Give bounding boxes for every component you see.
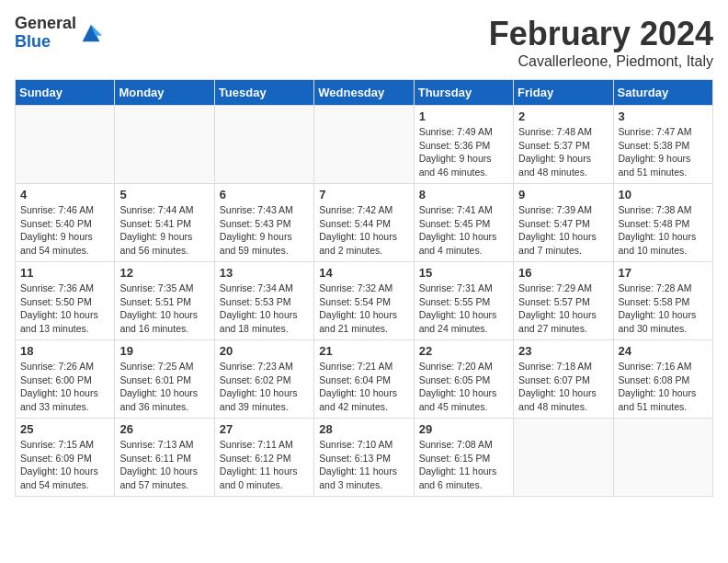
- calendar-cell: 21Sunrise: 7:21 AM Sunset: 6:04 PM Dayli…: [314, 340, 414, 419]
- day-info: Sunrise: 7:18 AM Sunset: 6:07 PM Dayligh…: [518, 360, 608, 414]
- calendar-cell: 12Sunrise: 7:35 AM Sunset: 5:51 PM Dayli…: [115, 262, 214, 340]
- location-title: Cavallerleone, Piedmont, Italy: [489, 53, 713, 70]
- calendar-cell: 1Sunrise: 7:49 AM Sunset: 5:36 PM Daylig…: [414, 106, 513, 184]
- day-number: 1: [419, 109, 508, 123]
- calendar-cell: 15Sunrise: 7:31 AM Sunset: 5:55 PM Dayli…: [414, 262, 513, 340]
- day-info: Sunrise: 7:35 AM Sunset: 5:51 PM Dayligh…: [119, 282, 209, 336]
- calendar-cell: 20Sunrise: 7:23 AM Sunset: 6:02 PM Dayli…: [214, 340, 313, 419]
- logo-blue: Blue: [15, 32, 51, 51]
- calendar-cell: 13Sunrise: 7:34 AM Sunset: 5:53 PM Dayli…: [214, 262, 313, 340]
- day-number: 28: [319, 422, 408, 436]
- calendar-cell: 11Sunrise: 7:36 AM Sunset: 5:50 PM Dayli…: [16, 262, 115, 340]
- day-info: Sunrise: 7:21 AM Sunset: 6:04 PM Dayligh…: [319, 360, 408, 414]
- day-number: 21: [319, 344, 408, 358]
- col-header-sunday: Sunday: [16, 80, 115, 106]
- calendar-cell: [514, 419, 613, 497]
- day-info: Sunrise: 7:23 AM Sunset: 6:02 PM Dayligh…: [220, 360, 309, 414]
- day-info: Sunrise: 7:20 AM Sunset: 6:05 PM Dayligh…: [419, 360, 508, 414]
- week-row-2: 4Sunrise: 7:46 AM Sunset: 5:40 PM Daylig…: [16, 184, 713, 262]
- calendar-cell: 8Sunrise: 7:41 AM Sunset: 5:45 PM Daylig…: [414, 184, 513, 262]
- calendar-cell: 6Sunrise: 7:43 AM Sunset: 5:43 PM Daylig…: [214, 184, 313, 262]
- day-info: Sunrise: 7:10 AM Sunset: 6:13 PM Dayligh…: [319, 438, 408, 492]
- calendar-cell: 26Sunrise: 7:13 AM Sunset: 6:11 PM Dayli…: [115, 419, 214, 497]
- day-info: Sunrise: 7:44 AM Sunset: 5:41 PM Dayligh…: [119, 203, 209, 258]
- calendar-cell: 5Sunrise: 7:44 AM Sunset: 5:41 PM Daylig…: [115, 184, 214, 262]
- day-info: Sunrise: 7:25 AM Sunset: 6:01 PM Dayligh…: [119, 360, 209, 414]
- day-number: 10: [619, 188, 708, 201]
- day-info: Sunrise: 7:34 AM Sunset: 5:53 PM Dayligh…: [220, 282, 309, 336]
- day-number: 27: [220, 422, 309, 436]
- col-header-thursday: Thursday: [414, 80, 513, 106]
- calendar-cell: 9Sunrise: 7:39 AM Sunset: 5:47 PM Daylig…: [514, 184, 613, 262]
- day-number: 6: [220, 188, 309, 201]
- calendar-cell: 2Sunrise: 7:48 AM Sunset: 5:37 PM Daylig…: [514, 106, 613, 184]
- day-number: 18: [20, 344, 109, 358]
- week-row-1: 1Sunrise: 7:49 AM Sunset: 5:36 PM Daylig…: [16, 106, 713, 184]
- week-row-4: 18Sunrise: 7:26 AM Sunset: 6:00 PM Dayli…: [16, 340, 713, 419]
- day-info: Sunrise: 7:36 AM Sunset: 5:50 PM Dayligh…: [20, 282, 109, 336]
- calendar-cell: 27Sunrise: 7:11 AM Sunset: 6:12 PM Dayli…: [214, 419, 313, 497]
- day-number: 4: [20, 188, 109, 201]
- logo-general: General: [15, 14, 76, 32]
- day-number: 15: [419, 266, 508, 280]
- day-number: 5: [119, 188, 209, 201]
- day-info: Sunrise: 7:39 AM Sunset: 5:47 PM Dayligh…: [518, 203, 608, 258]
- day-info: Sunrise: 7:32 AM Sunset: 5:54 PM Dayligh…: [319, 282, 408, 336]
- calendar-cell: [115, 106, 214, 184]
- week-row-3: 11Sunrise: 7:36 AM Sunset: 5:50 PM Dayli…: [16, 262, 713, 340]
- day-info: Sunrise: 7:31 AM Sunset: 5:55 PM Dayligh…: [419, 282, 508, 336]
- day-number: 12: [119, 266, 209, 280]
- day-number: 17: [619, 266, 708, 280]
- day-number: 16: [518, 266, 608, 280]
- day-info: Sunrise: 7:48 AM Sunset: 5:37 PM Dayligh…: [518, 125, 608, 179]
- day-info: Sunrise: 7:38 AM Sunset: 5:48 PM Dayligh…: [619, 203, 708, 258]
- day-number: 24: [619, 344, 708, 358]
- day-number: 2: [518, 109, 608, 123]
- day-number: 8: [419, 188, 508, 201]
- day-info: Sunrise: 7:26 AM Sunset: 6:00 PM Dayligh…: [20, 360, 109, 414]
- logo: General Blue: [15, 15, 104, 52]
- day-number: 11: [20, 266, 109, 280]
- day-number: 14: [319, 266, 408, 280]
- day-info: Sunrise: 7:08 AM Sunset: 6:15 PM Dayligh…: [419, 438, 508, 492]
- calendar-cell: 17Sunrise: 7:28 AM Sunset: 5:58 PM Dayli…: [613, 262, 712, 340]
- calendar-cell: 4Sunrise: 7:46 AM Sunset: 5:40 PM Daylig…: [16, 184, 115, 262]
- calendar-cell: 29Sunrise: 7:08 AM Sunset: 6:15 PM Dayli…: [414, 419, 513, 497]
- title-area: February 2024 Cavallerleone, Piedmont, I…: [489, 15, 713, 70]
- logo-icon: [78, 20, 104, 46]
- col-header-tuesday: Tuesday: [214, 80, 313, 106]
- day-info: Sunrise: 7:41 AM Sunset: 5:45 PM Dayligh…: [419, 203, 508, 258]
- day-info: Sunrise: 7:49 AM Sunset: 5:36 PM Dayligh…: [419, 125, 508, 179]
- calendar-cell: [314, 106, 414, 184]
- calendar-cell: 23Sunrise: 7:18 AM Sunset: 6:07 PM Dayli…: [514, 340, 613, 419]
- day-number: 23: [518, 344, 608, 358]
- day-number: 25: [20, 422, 109, 436]
- day-number: 26: [119, 422, 209, 436]
- calendar-cell: 16Sunrise: 7:29 AM Sunset: 5:57 PM Dayli…: [514, 262, 613, 340]
- calendar-cell: 18Sunrise: 7:26 AM Sunset: 6:00 PM Dayli…: [16, 340, 115, 419]
- col-header-monday: Monday: [115, 80, 214, 106]
- calendar-cell: 19Sunrise: 7:25 AM Sunset: 6:01 PM Dayli…: [115, 340, 214, 419]
- col-header-friday: Friday: [514, 80, 613, 106]
- day-number: 9: [518, 188, 608, 201]
- day-info: Sunrise: 7:43 AM Sunset: 5:43 PM Dayligh…: [220, 203, 309, 258]
- week-row-5: 25Sunrise: 7:15 AM Sunset: 6:09 PM Dayli…: [16, 419, 713, 497]
- header-row: SundayMondayTuesdayWednesdayThursdayFrid…: [16, 80, 713, 106]
- calendar-cell: 25Sunrise: 7:15 AM Sunset: 6:09 PM Dayli…: [16, 419, 115, 497]
- col-header-wednesday: Wednesday: [314, 80, 414, 106]
- header: General Blue February 2024 Cavallerleone…: [15, 15, 713, 70]
- calendar-cell: 28Sunrise: 7:10 AM Sunset: 6:13 PM Dayli…: [314, 419, 414, 497]
- day-info: Sunrise: 7:11 AM Sunset: 6:12 PM Dayligh…: [220, 438, 309, 492]
- day-info: Sunrise: 7:16 AM Sunset: 6:08 PM Dayligh…: [619, 360, 708, 414]
- month-title: February 2024: [489, 15, 713, 53]
- calendar-cell: [214, 106, 313, 184]
- calendar-cell: 22Sunrise: 7:20 AM Sunset: 6:05 PM Dayli…: [414, 340, 513, 419]
- day-number: 19: [119, 344, 209, 358]
- day-number: 29: [419, 422, 508, 436]
- day-info: Sunrise: 7:47 AM Sunset: 5:38 PM Dayligh…: [619, 125, 708, 179]
- day-number: 13: [220, 266, 309, 280]
- day-number: 3: [619, 109, 708, 123]
- day-number: 20: [220, 344, 309, 358]
- calendar-cell: [16, 106, 115, 184]
- calendar-cell: 10Sunrise: 7:38 AM Sunset: 5:48 PM Dayli…: [613, 184, 712, 262]
